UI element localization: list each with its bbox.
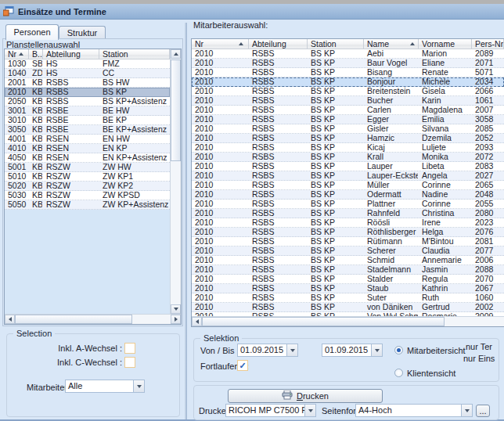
seitenformat-combo[interactable]: A4-Hoch bbox=[355, 404, 473, 417]
column-header-abteilung[interactable]: Abteilung bbox=[249, 39, 308, 49]
table-row[interactable]: 4010KBRSENEN KP bbox=[5, 144, 170, 153]
scroll-up-button[interactable] bbox=[171, 49, 181, 59]
table-row[interactable]: 2010RSBSBS KPSuterRuth1060 bbox=[192, 293, 504, 303]
scroll-down-button[interactable] bbox=[171, 304, 181, 314]
table-row[interactable]: 5001KBRSZWZW HW bbox=[5, 163, 170, 172]
planstellen-grid-body[interactable]: 1030SBHSFMZ1040ZDHSCC2001KBRSBSBS HW2010… bbox=[5, 59, 170, 314]
inkl-a-wechsel-checkbox[interactable] bbox=[124, 343, 135, 354]
column-header-b[interactable]: B... bbox=[29, 49, 43, 59]
combo-dropdown-button[interactable] bbox=[371, 344, 382, 356]
table-row[interactable]: 2010RSBSBS KPRütimannM'Bintou2081 bbox=[192, 237, 504, 246]
table-row[interactable]: 2010RSBSBS KPMüllerCorinne2065 bbox=[192, 181, 504, 190]
table-row[interactable]: 2010RSBSBS KPLauperLibeta2083 bbox=[192, 162, 504, 171]
table-cell: 2010 bbox=[192, 162, 249, 171]
table-row[interactable]: 5020KBRSZWZW KP2 bbox=[5, 182, 170, 191]
panel-splitter[interactable] bbox=[185, 23, 187, 419]
scroll-right-button[interactable] bbox=[171, 315, 181, 324]
table-row[interactable]: 2010RSBSBS KPGislerSilvana2085 bbox=[192, 124, 504, 134]
table-row[interactable]: 2010RSBSBS KPKrallMonika2072 bbox=[192, 153, 504, 162]
table-row[interactable]: 2010RSBSBS KPBreitensteinGisela2066 bbox=[192, 87, 504, 96]
column-header-station[interactable]: Station bbox=[308, 39, 364, 49]
table-row[interactable]: 3001KBRSBEBE HW bbox=[5, 106, 170, 116]
table-row[interactable]: 3050KBRSBEBE KP+Assistenz bbox=[5, 125, 170, 135]
table-row[interactable]: 2050KBRSBSBS KP+Assistenz bbox=[5, 97, 170, 106]
table-row[interactable]: 5010KBRSZWZW KP1 bbox=[5, 172, 170, 182]
table-row[interactable]: 2010RSBSBS KPSchererClaudia2077 bbox=[192, 246, 504, 256]
klientensicht-radio[interactable] bbox=[394, 369, 403, 377]
planstellen-vertical-scrollbar[interactable] bbox=[170, 49, 181, 314]
drucker-combo[interactable]: RICOH MP C7500 PCL 6 auf domissrv01 (un bbox=[225, 404, 316, 417]
table-row[interactable]: 1040ZDHSCC bbox=[5, 69, 170, 78]
column-header-station[interactable]: Station bbox=[99, 49, 170, 59]
table-row[interactable]: 4001KBRSENEN HW bbox=[5, 135, 170, 144]
scroll-left-button[interactable] bbox=[192, 317, 202, 326]
table-row[interactable]: 2010RSBSBS KPRöthlisbergerHelga2076 bbox=[192, 228, 504, 237]
table-cell: RSBS bbox=[249, 256, 308, 264]
table-row[interactable]: 2010RSBSBS KPBonjourMichèle2034 bbox=[192, 77, 504, 87]
table-row[interactable]: 2001KBRSBSBS HW bbox=[5, 78, 170, 88]
combo-dropdown-button[interactable] bbox=[304, 405, 315, 416]
table-row[interactable]: 1030SBHSFMZ bbox=[5, 59, 170, 69]
date-from-picker[interactable]: 01.09.2015 bbox=[237, 344, 298, 357]
table-row[interactable]: 5030KBRSZWZW KPSD bbox=[5, 191, 170, 200]
combo-dropdown-button[interactable] bbox=[286, 344, 297, 356]
column-header-abteilung[interactable]: Abteilung bbox=[43, 49, 99, 59]
column-header-vorname[interactable]: Vorname bbox=[419, 39, 472, 49]
horizontal-scroll-thumb[interactable] bbox=[15, 315, 132, 324]
mitarbeiter-horizontal-scrollbar[interactable] bbox=[192, 316, 504, 326]
table-cell: KB bbox=[29, 200, 43, 209]
column-header-nr[interactable]: Nr bbox=[192, 39, 249, 49]
vertical-scroll-thumb[interactable] bbox=[171, 59, 181, 161]
table-cell: 2001 bbox=[5, 78, 29, 87]
drucken-button[interactable]: Drucken bbox=[228, 389, 383, 403]
table-row[interactable]: 2010RSBSBS KPvon DänikenGertrud2002 bbox=[192, 303, 504, 312]
seitenformat-more-button[interactable]: ... bbox=[476, 405, 490, 417]
table-row[interactable]: 2010RSBSBS KPOdermattNadine2048 bbox=[192, 190, 504, 200]
column-header-nr[interactable]: Nr bbox=[5, 49, 29, 59]
mitarbeiter-grid-header[interactable]: Nr Abteilung Station Name Vorname Pers-N… bbox=[192, 39, 504, 49]
inkl-c-wechsel-checkbox[interactable] bbox=[124, 357, 135, 368]
combo-dropdown-button[interactable] bbox=[133, 380, 144, 392]
table-row[interactable]: 2010RSBSBS KPHamzicDzemila2052 bbox=[192, 134, 504, 143]
scroll-left-button[interactable] bbox=[5, 315, 15, 324]
mitarbeiter-grid-body[interactable]: 2010RSBSBS KPAebiMarion20892010RSBSBS KP… bbox=[192, 49, 504, 316]
arrow-left-icon bbox=[196, 319, 199, 324]
date-to-picker[interactable]: 01.09.2015 bbox=[322, 344, 383, 357]
table-row[interactable]: 2010RSBSBS KPBisangRenate5071 bbox=[192, 68, 504, 77]
table-cell: RSBS bbox=[249, 143, 308, 152]
horizontal-scroll-thumb[interactable] bbox=[202, 317, 445, 326]
table-row[interactable]: 2010KBRSBSBS KP bbox=[5, 88, 170, 97]
table-row[interactable]: 2010RSBSBS KPKicajLuljete2093 bbox=[192, 143, 504, 153]
planstellen-horizontal-scrollbar[interactable] bbox=[5, 314, 181, 324]
table-row[interactable]: 2010RSBSBS KPRahnfeldChristina2080 bbox=[192, 209, 504, 218]
table-row[interactable]: 2010RSBSBS KPAebiMarion2089 bbox=[192, 49, 504, 59]
table-cell: BS KP bbox=[308, 190, 364, 199]
table-row[interactable]: 2010RSBSBS KPBucherKarin1061 bbox=[192, 96, 504, 106]
planstellen-grid-header[interactable]: Nr B... Abteilung Station bbox=[5, 49, 170, 59]
fortlaufend-checkbox[interactable] bbox=[237, 360, 248, 371]
table-row[interactable]: 2010RSBSBS KPStaubKathrin2067 bbox=[192, 284, 504, 293]
table-cell: BS HW bbox=[99, 78, 170, 87]
table-row[interactable]: 3010KBRSBEBE KP bbox=[5, 116, 170, 125]
mitarbeiter-filter-combo[interactable]: Alle bbox=[65, 380, 145, 393]
table-row[interactable]: 2010RSBSBS KPStalderRegula2070 bbox=[192, 275, 504, 284]
table-cell: EN HW bbox=[99, 135, 170, 143]
table-row[interactable]: 2010RSBSBS KPEggerEmilia3058 bbox=[192, 115, 504, 124]
combo-dropdown-button[interactable] bbox=[461, 405, 472, 416]
column-header-name[interactable]: Name bbox=[364, 39, 419, 49]
table-cell: BS KP bbox=[308, 153, 364, 161]
table-row[interactable]: 5050KBRSZWZW KP+Assistenz bbox=[5, 200, 170, 210]
tab-personen[interactable]: Personen bbox=[5, 24, 59, 40]
mitarbeitersicht-radio[interactable] bbox=[394, 346, 403, 354]
table-row[interactable]: 2010RSBSBS KPCarlenMagdalena2007 bbox=[192, 106, 504, 115]
table-row[interactable]: 2010RSBSBS KPBaur VogelEliane2071 bbox=[192, 59, 504, 68]
table-row[interactable]: 2010RSBSBS KPRöösliIrene2023 bbox=[192, 218, 504, 228]
table-cell: BE KP bbox=[99, 116, 170, 124]
table-row[interactable]: 4050KBRSENEN KP+Assistenz bbox=[5, 153, 170, 163]
table-row[interactable]: 2010RSBSBS KPSchmidAnnemarie2006 bbox=[192, 256, 504, 265]
table-row[interactable]: 2010RSBSBS KPStadelmannJasmin2088 bbox=[192, 265, 504, 275]
table-row[interactable]: 2010RSBSBS KPPlattnerCorinne2055 bbox=[192, 200, 504, 209]
column-header-pers-nr[interactable]: Pers-Nr bbox=[472, 39, 504, 49]
table-row[interactable]: 2010RSBSBS KPLauper-EcksteinAngela2027 bbox=[192, 171, 504, 181]
titlebar[interactable]: Einsätze und Termine bbox=[0, 4, 504, 20]
